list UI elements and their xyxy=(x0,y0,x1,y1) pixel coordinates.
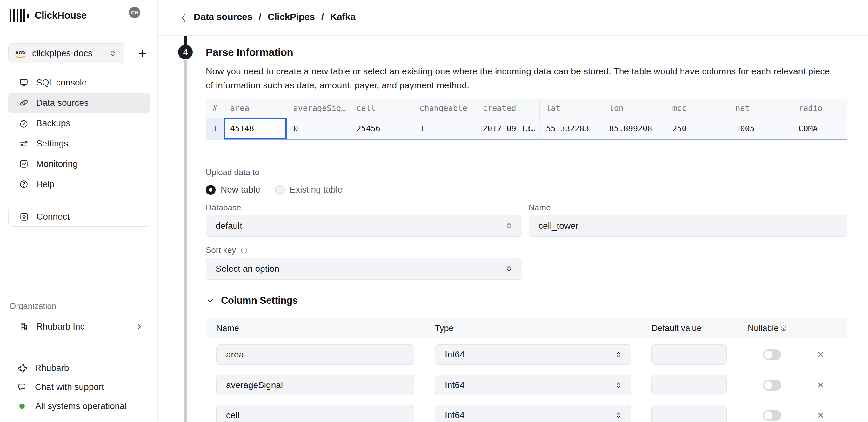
column-name-input[interactable] xyxy=(216,344,414,365)
sort-key-label-row: Sort key xyxy=(206,245,248,255)
nullable-toggle[interactable] xyxy=(763,410,781,421)
add-service-button[interactable]: + xyxy=(133,45,151,62)
breadcrumb-data-sources[interactable]: Data sources xyxy=(194,11,252,22)
default-value-input[interactable] xyxy=(651,344,727,365)
cs-header-nullable-label: Nullable xyxy=(748,318,779,338)
preview-header-cell: averageSig… xyxy=(287,99,350,118)
preview-cell[interactable]: 55.332283 xyxy=(540,118,603,140)
nullable-toggle[interactable] xyxy=(763,349,781,360)
breadcrumb-clickpipes[interactable]: ClickPipes xyxy=(268,11,315,22)
default-value-input[interactable] xyxy=(651,405,727,422)
upload-data-to-label: Upload data to xyxy=(206,167,259,177)
user-avatar[interactable]: CH xyxy=(129,7,140,18)
monitoring-chart-icon xyxy=(19,159,29,169)
column-settings-row: Int64 ✕ xyxy=(206,344,847,365)
sidebar-item-backups[interactable]: Backups xyxy=(8,113,150,134)
project-name: clickpipes-docs xyxy=(32,48,108,58)
help-icon xyxy=(19,179,29,189)
sql-console-icon xyxy=(19,78,29,87)
connect-button[interactable]: Connect xyxy=(8,206,150,227)
database-label: Database xyxy=(206,203,241,213)
system-status-item[interactable]: All systems operational xyxy=(8,397,150,416)
organization-building-icon xyxy=(19,322,29,332)
settings-sliders-icon xyxy=(19,139,29,148)
breadcrumb-separator: / xyxy=(259,11,261,22)
breadcrumb-kafka[interactable]: Kafka xyxy=(330,11,355,22)
chat-with-support-item[interactable]: Chat with support xyxy=(8,377,150,397)
remove-column-button[interactable]: ✕ xyxy=(816,411,825,420)
sidebar-divider xyxy=(0,348,158,349)
sidebar-item-sql-console[interactable]: SQL console xyxy=(8,73,150,93)
preview-cell[interactable]: 85.899208 xyxy=(603,118,666,140)
connect-label: Connect xyxy=(36,212,69,222)
existing-table-label: Existing table xyxy=(290,185,343,195)
table-name-input[interactable] xyxy=(529,215,847,237)
back-button[interactable] xyxy=(178,12,189,24)
sidebar-item-label: Data sources xyxy=(36,98,89,108)
sidebar-item-data-sources[interactable]: Data sources xyxy=(8,93,150,113)
preview-cell[interactable]: 250 xyxy=(666,118,729,140)
preview-header-cell: area xyxy=(224,99,287,118)
preview-row-number: 1 xyxy=(206,118,224,140)
preview-header-cell: lat xyxy=(540,99,603,118)
sidebar-item-label: Settings xyxy=(36,139,68,149)
preview-cell[interactable]: 2017-09-13… xyxy=(476,118,540,140)
new-table-radio[interactable] xyxy=(206,185,216,195)
database-select[interactable]: default xyxy=(206,215,522,237)
column-settings-toggle[interactable]: Column Settings xyxy=(206,295,298,306)
sidebar-item-monitoring[interactable]: Monitoring xyxy=(8,154,150,174)
column-type-select[interactable]: Int64 xyxy=(435,344,631,365)
column-name-input[interactable] xyxy=(216,405,414,422)
new-table-label: New table xyxy=(221,185,260,195)
preview-cell-area-selected[interactable]: 45148 xyxy=(224,118,287,140)
preview-data-row: 1 45148 0 25456 1 2017-09-13… 55.332283 … xyxy=(206,118,847,140)
preview-header-cell: changeable xyxy=(413,99,476,118)
preview-cell[interactable]: 0 xyxy=(287,118,350,140)
preview-cell[interactable]: 25456 xyxy=(350,118,413,140)
timeline-segment-done xyxy=(184,36,187,46)
puzzle-icon xyxy=(17,363,27,373)
data-sources-icon xyxy=(19,98,29,108)
database-select-value: default xyxy=(216,221,242,231)
cs-header-nullable: Nullable xyxy=(748,318,787,338)
connect-icon xyxy=(19,212,29,222)
chevron-updown-icon xyxy=(614,350,623,359)
sidebar-item-label: Monitoring xyxy=(36,159,78,169)
column-settings-table: Name Type Default value Nullable Int64 xyxy=(206,318,847,422)
aws-icon: aws xyxy=(16,49,26,58)
column-name-input[interactable] xyxy=(216,375,414,395)
sidebar-item-help[interactable]: Help xyxy=(8,174,150,195)
sort-key-select-value: Select an option xyxy=(216,264,279,274)
sidebar-item-settings[interactable]: Settings xyxy=(8,134,150,154)
integrations-rhubarb-item[interactable]: Rhubarb xyxy=(8,359,150,377)
step-title: Parse Information xyxy=(206,47,293,58)
existing-table-radio[interactable] xyxy=(275,185,285,195)
preview-header-cell: net xyxy=(729,99,792,118)
footer-item-label: Rhubarb xyxy=(35,363,69,373)
main-content: Data sources / ClickPipes / Kafka 4 Pars… xyxy=(158,0,868,422)
default-value-input[interactable] xyxy=(651,375,727,395)
organization-section-label: Organization xyxy=(9,301,56,311)
chevron-updown-icon xyxy=(504,222,514,230)
chevron-updown-icon xyxy=(614,381,623,390)
sort-key-select[interactable]: Select an option xyxy=(206,258,522,280)
column-settings-row: Int64 ✕ xyxy=(206,405,847,422)
remove-column-button[interactable]: ✕ xyxy=(816,381,825,390)
preview-cell[interactable]: 1005 xyxy=(729,118,792,140)
chevron-updown-icon xyxy=(108,49,117,58)
header-divider xyxy=(158,35,868,36)
info-icon[interactable] xyxy=(240,247,248,254)
preview-header-row: # area averageSig… cell changeable creat… xyxy=(206,99,847,118)
info-icon[interactable] xyxy=(780,325,787,332)
footer-item-label: All systems operational xyxy=(35,401,127,411)
column-type-select[interactable]: Int64 xyxy=(435,375,631,395)
clickhouse-logo-icon xyxy=(9,9,29,22)
organization-row[interactable]: Rhubarb Inc xyxy=(8,316,150,337)
column-type-select[interactable]: Int64 xyxy=(435,405,631,422)
preview-cell[interactable]: CDMA xyxy=(792,118,847,140)
preview-cell[interactable]: 1 xyxy=(413,118,476,140)
remove-column-button[interactable]: ✕ xyxy=(816,350,825,359)
nullable-toggle[interactable] xyxy=(763,380,781,391)
sidebar-item-label: SQL console xyxy=(36,78,87,88)
project-selector[interactable]: aws clickpipes-docs xyxy=(8,43,124,63)
